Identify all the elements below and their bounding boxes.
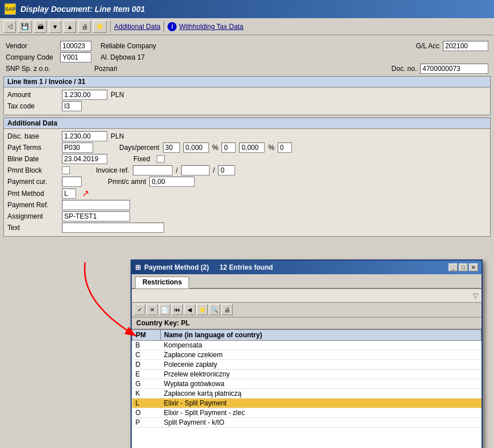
table-row[interactable]: OElixir - Split Payment - zlec <box>132 408 482 418</box>
payment-cur-input[interactable] <box>62 177 82 187</box>
invoice-ref1[interactable] <box>133 165 173 175</box>
toolbar-separator2 <box>164 21 164 32</box>
cell-pm: E <box>132 370 161 379</box>
additional-data-label: Additional Data <box>114 23 160 31</box>
pmntc-amnt-input[interactable] <box>149 177 195 187</box>
popup-title: Payment Method (2) <box>144 263 209 271</box>
invoice-ref2[interactable] <box>181 165 210 175</box>
cell-pm: K <box>132 389 161 399</box>
payment-ref-label: Payment Ref. <box>7 201 58 209</box>
tax-code-label: Tax code <box>7 102 58 110</box>
pmntc-amnt-label: Pmnt/c amnt <box>108 178 146 186</box>
gl-acc-label: G/L Acc <box>416 42 439 50</box>
popup-filter-row: ▽ <box>132 289 482 303</box>
table-row[interactable]: EPrzelew elektroniczny <box>132 370 482 379</box>
print-button[interactable]: 🖨 <box>78 20 91 33</box>
pct2-input[interactable] <box>239 143 265 153</box>
assignment-label: Assignment <box>7 212 58 220</box>
additional-data-section: Additional Data Disc. base PLN Payt Term… <box>3 118 491 237</box>
city: Poznań <box>94 65 118 73</box>
table-row[interactable]: LElixir - Split Payment <box>132 399 482 408</box>
popup-icon: ⊞ <box>135 263 141 271</box>
additional-data-button[interactable]: Additional Data <box>114 23 160 31</box>
days-pct-label: Days/percent <box>119 144 160 152</box>
popup-cancel-button[interactable]: ✕ <box>146 304 158 315</box>
bline-date-input[interactable] <box>62 154 107 164</box>
info-icon: i <box>168 22 177 31</box>
cell-name: Zapłacone czekiem <box>161 350 482 360</box>
popup-select-button[interactable]: ✓ <box>134 304 145 315</box>
pmt-method-input[interactable] <box>62 189 76 199</box>
popup-search-button[interactable]: 🔍 <box>209 304 220 315</box>
disc-base-currency: PLN <box>111 132 124 140</box>
assignment-input[interactable] <box>62 211 130 221</box>
popup-star-button[interactable]: ⭐ <box>196 304 208 315</box>
filter-icon: ▽ <box>473 292 478 300</box>
popup-print-button[interactable]: 🖨 <box>221 304 233 315</box>
withholding-tax-button[interactable]: Withholding Tax Data <box>179 23 243 31</box>
popup-table-container[interactable]: PM Name (in language of country) BKompen… <box>132 329 482 443</box>
vendor-label: Vendor <box>6 42 57 50</box>
table-row[interactable]: PSplit Payment - k/tO <box>132 418 482 428</box>
star-button[interactable]: ⭐ <box>93 20 107 33</box>
cell-name: Elixir - Split Payment <box>161 399 482 408</box>
payment-ref-input[interactable] <box>62 200 130 210</box>
tax-code-input[interactable] <box>62 101 82 111</box>
cell-pm: C <box>132 350 161 360</box>
popup-title-text: ⊞ Payment Method (2) 12 Entries found <box>135 263 273 271</box>
cell-name: Kompensata <box>161 341 482 350</box>
table-row[interactable]: DPolecenie zapłaty <box>132 360 482 370</box>
popup-tabs: Restrictions <box>132 274 482 289</box>
table-header-row: PM Name (in language of country) <box>132 330 482 341</box>
vendor-info: Vendor Reliable Company G/L Acc Company … <box>3 39 491 76</box>
days3-input[interactable] <box>278 143 292 153</box>
popup-close-button[interactable]: ✕ <box>469 263 478 271</box>
tab-restrictions[interactable]: Restrictions <box>135 277 189 288</box>
text-input[interactable] <box>62 223 164 233</box>
popup-entries-found: 12 Entries found <box>220 263 273 271</box>
table-row[interactable]: KZapłacone kartą płatniczą <box>132 389 482 399</box>
popup-prev-button[interactable]: ◀ <box>184 304 195 315</box>
invoice-ref3[interactable] <box>218 165 235 175</box>
save-button[interactable]: 💾 <box>18 20 32 33</box>
doc-no-input[interactable] <box>420 64 488 74</box>
payment-cur-label: Payment cur. <box>7 178 58 186</box>
table-row[interactable]: BKompensata <box>132 341 482 350</box>
back-button[interactable]: ◁ <box>3 20 16 33</box>
days1-input[interactable] <box>163 143 180 153</box>
popup-maximize-button[interactable]: □ <box>459 263 468 271</box>
cell-pm: O <box>132 408 161 418</box>
cell-name: Wypłata gotówkowa <box>161 379 482 389</box>
dropdown-btn[interactable]: ▼ <box>49 20 61 33</box>
bline-date-label: Bline Date <box>7 155 58 163</box>
days2-input[interactable] <box>221 143 236 153</box>
pct1-input[interactable] <box>183 143 209 153</box>
popup-first-button[interactable]: ⏮ <box>171 304 183 315</box>
country-key-row: Country Key: PL <box>132 317 482 329</box>
withholding-tax-label: Withholding Tax Data <box>179 23 243 31</box>
up-button[interactable]: ▲ <box>64 20 76 33</box>
disc-base-input[interactable] <box>62 131 107 141</box>
popup-table: PM Name (in language of country) BKompen… <box>132 329 482 428</box>
popup-minimize-button[interactable]: _ <box>449 263 458 271</box>
vendor-input[interactable] <box>60 41 91 51</box>
arrow-indicator: ↗ <box>82 188 89 199</box>
company-name: Reliable Company <box>101 42 401 50</box>
pmnt-block-checkbox[interactable] <box>62 166 70 174</box>
amount-input[interactable] <box>62 90 107 100</box>
cell-pm: P <box>132 418 161 428</box>
company-code-input[interactable] <box>60 52 91 62</box>
toolbar: ◁ 💾 🏔 ▼ ▲ 🖨 ⭐ Additional Data i Withhold… <box>0 18 494 35</box>
cell-name: Split Payment - k/tO <box>161 418 482 428</box>
table-row[interactable]: GWypłata gotówkowa <box>132 379 482 389</box>
text-label: Text <box>7 224 58 232</box>
popup-new-button[interactable]: 📄 <box>159 304 170 315</box>
disc-base-label: Disc. base <box>7 132 58 140</box>
cell-name: Zapłacone kartą płatniczą <box>161 389 482 399</box>
payt-terms-input[interactable] <box>62 143 93 153</box>
nav-icon[interactable]: 🏔 <box>34 20 47 33</box>
table-row[interactable]: CZapłacone czekiem <box>132 350 482 360</box>
gl-acc-input[interactable] <box>443 41 488 51</box>
cell-pm: D <box>132 360 161 370</box>
fixed-checkbox[interactable] <box>157 155 165 163</box>
